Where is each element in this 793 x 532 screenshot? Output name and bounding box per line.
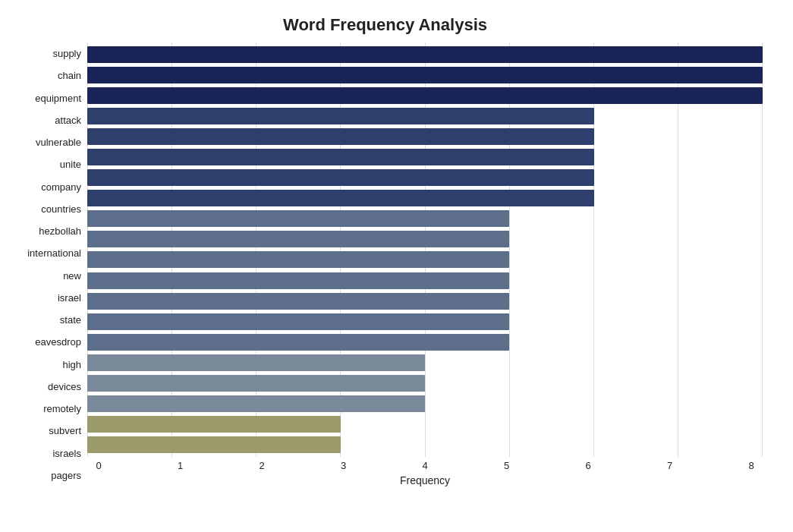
y-label: countries	[41, 204, 81, 214]
bar-row	[87, 65, 763, 85]
x-tick-label: 6	[577, 460, 599, 471]
y-label: israels	[52, 449, 81, 458]
bar-row	[87, 146, 763, 167]
bar-row	[87, 188, 763, 209]
bar	[87, 293, 509, 310]
y-label: high	[62, 360, 81, 370]
bar	[87, 149, 594, 165]
x-tick-label: 8	[740, 460, 763, 471]
bar	[87, 251, 509, 268]
bar	[87, 334, 509, 351]
x-axis-title: Frequency	[87, 474, 763, 486]
y-label: attack	[55, 115, 81, 125]
bar	[87, 169, 594, 186]
bar-row	[87, 373, 763, 394]
bars-and-grid: 012345678 Frequency	[87, 42, 763, 486]
x-tick-label: 7	[659, 460, 681, 471]
y-label: chain	[58, 71, 81, 80]
bar-row	[87, 105, 763, 126]
x-tick-label: 1	[169, 460, 192, 471]
bar	[87, 46, 763, 63]
bar-row	[87, 168, 763, 188]
bar	[87, 210, 509, 227]
y-label: new	[63, 271, 81, 281]
y-label: unite	[60, 159, 81, 169]
bar	[87, 67, 763, 83]
x-tick-label: 4	[414, 460, 436, 471]
bar-row	[87, 332, 763, 352]
bar	[87, 231, 509, 247]
x-tick-label: 5	[496, 460, 518, 471]
y-label: hezbollah	[39, 226, 81, 236]
y-label: devices	[48, 382, 81, 392]
bar-row	[87, 126, 763, 146]
bar	[87, 354, 425, 371]
bar	[87, 272, 509, 289]
bar-row	[87, 209, 763, 229]
y-label: vulnerable	[36, 137, 81, 147]
plot-area: supplychainequipmentattackvulnerableunit…	[8, 42, 763, 486]
bar	[87, 87, 763, 104]
bar	[87, 313, 509, 330]
bar-row	[87, 85, 763, 105]
bar-row	[87, 414, 763, 435]
y-label: equipment	[35, 93, 81, 103]
bar-row	[87, 311, 763, 332]
bar-row	[87, 435, 763, 455]
y-label: supply	[52, 49, 81, 58]
y-label: remotely	[43, 404, 81, 414]
bar-row	[87, 44, 763, 65]
y-label: international	[27, 248, 81, 258]
y-label: israel	[58, 293, 81, 303]
bar	[87, 128, 594, 145]
bar	[87, 436, 341, 453]
chart-area: supplychainequipmentattackvulnerableunit…	[8, 42, 763, 486]
bar-row	[87, 394, 763, 414]
bar	[87, 375, 425, 392]
bar-row	[87, 229, 763, 250]
chart-title: Word Frequency Analysis	[8, 15, 763, 35]
y-labels: supplychainequipmentattackvulnerableunit…	[8, 42, 87, 486]
x-tick-label: 2	[250, 460, 273, 471]
bar	[87, 395, 425, 412]
chart-container: Word Frequency Analysis supplychainequip…	[0, 0, 793, 532]
grid-and-bars	[87, 42, 763, 457]
y-label: subvert	[49, 426, 81, 436]
bar-row	[87, 270, 763, 291]
bar-row	[87, 250, 763, 270]
y-label: company	[41, 182, 81, 192]
bar	[87, 108, 594, 124]
y-label: eavesdrop	[35, 337, 81, 347]
bar	[87, 416, 341, 433]
bars-wrapper	[87, 42, 763, 457]
y-label: pagers	[51, 471, 81, 480]
y-label: state	[60, 315, 81, 325]
x-tick-label: 0	[87, 460, 110, 471]
x-tick-label: 3	[332, 460, 355, 471]
bar-row	[87, 352, 763, 373]
x-axis: 012345678	[87, 460, 763, 471]
bar	[87, 190, 594, 206]
bar-row	[87, 291, 763, 311]
